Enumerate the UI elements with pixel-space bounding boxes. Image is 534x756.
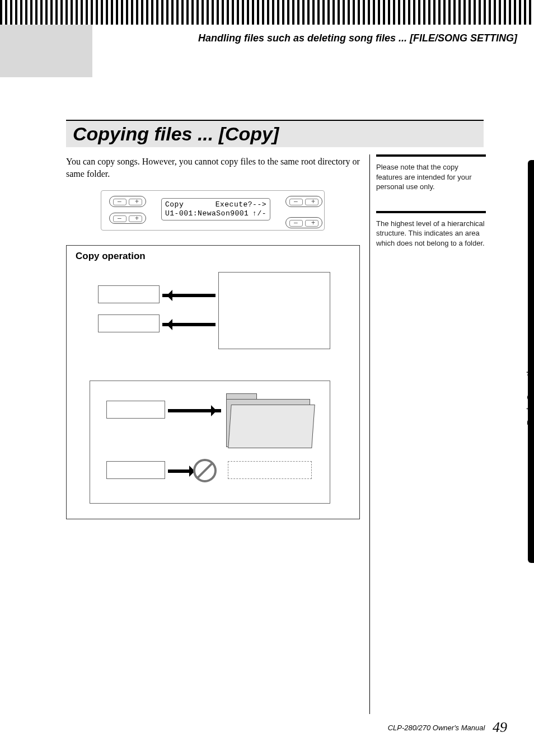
note-rule — [376, 154, 486, 157]
arrow-right-icon — [168, 409, 221, 412]
note-root-definition: The highest level of a hierarchical stru… — [376, 219, 486, 248]
lcd-r2a: U1-001:NewaSon9001 — [165, 209, 249, 218]
footer-manual-name: CLP-280/270 Owner's Manual — [388, 724, 485, 732]
arrow-left-icon — [162, 323, 216, 326]
button-c-minus-plus-icon: –+ — [285, 196, 322, 207]
note-rule — [376, 211, 486, 213]
tab-label: Basic Operation — [525, 361, 534, 426]
decorative-top-strip — [0, 0, 534, 25]
diagram-slot-a1 — [98, 285, 160, 303]
diagram-dest-panel — [218, 272, 330, 349]
arrow-left-icon — [162, 294, 216, 297]
button-a2-minus-plus-icon: –+ — [109, 213, 146, 224]
section-heading: Copying files ... [Copy] — [66, 121, 484, 147]
footer: CLP-280/270 Owner's Manual 49 — [388, 719, 507, 736]
side-notes: Please note that the copy features are i… — [376, 154, 486, 248]
folder-icon — [226, 393, 316, 449]
lcd-r1a: Copy — [165, 200, 184, 209]
button-a-minus-plus-icon: –+ — [109, 196, 146, 207]
intro-paragraph: You can copy songs. However, you cannot … — [66, 156, 368, 180]
running-header: Handling files such as deleting song fil… — [0, 32, 517, 44]
diagram-slot-c2 — [106, 461, 165, 479]
prohibited-icon — [193, 459, 217, 482]
section-heading-container: Copying files ... [Copy] — [66, 120, 484, 147]
diagram-slot-a2 — [98, 314, 160, 332]
lcd-r1b: Execute?--> — [216, 200, 266, 209]
page-number: 49 — [493, 719, 507, 735]
section-tab: Basic Operation — [510, 160, 534, 563]
diagram-dashed-slot — [228, 461, 312, 479]
note-copy-personal-use: Please note that the copy features are i… — [376, 162, 486, 192]
button-c2-minus-plus-icon: –+ — [285, 217, 322, 228]
copy-operation-title: Copy operation — [76, 251, 146, 262]
lcd-screen: CopyExecute?--> U1-001:NewaSon9001↑/- — [161, 198, 270, 220]
diagram-slot-c1 — [106, 401, 165, 419]
divider-line — [369, 154, 370, 714]
lcd-r2b: ↑/- — [252, 209, 266, 218]
manual-page: Handling files such as deleting song fil… — [0, 0, 534, 756]
